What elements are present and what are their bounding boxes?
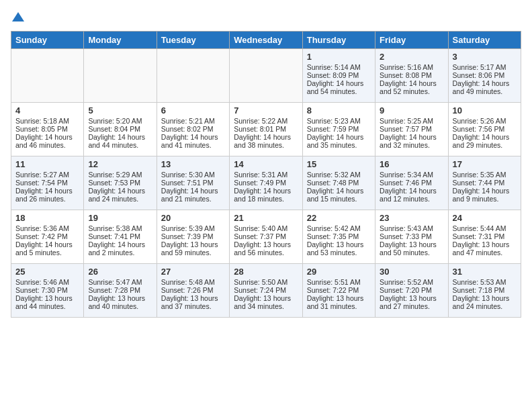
day-number: 1 [307,52,371,62]
day-info: Sunset: 7:59 PM [307,125,371,133]
calendar-cell [157,49,229,103]
day-info: Daylight: 14 hours [88,187,152,195]
day-info: Daylight: 13 hours [161,240,225,248]
calendar-cell: 15Sunrise: 5:32 AMSunset: 7:48 PMDayligh… [302,156,375,210]
day-info: Sunrise: 5:21 AM [161,117,225,125]
day-info: Sunset: 7:53 PM [88,179,152,187]
day-number: 25 [15,267,79,277]
calendar-cell: 30Sunrise: 5:52 AMSunset: 7:20 PMDayligh… [375,264,448,318]
day-number: 28 [234,267,298,277]
calendar-cell: 8Sunrise: 5:23 AMSunset: 7:59 PMDaylight… [302,103,375,156]
logo [11,11,24,26]
day-info: Sunset: 7:26 PM [161,286,225,294]
calendar-cell: 5Sunrise: 5:20 AMSunset: 8:04 PMDaylight… [84,103,157,156]
day-info: Sunset: 7:51 PM [161,179,225,187]
day-number: 7 [234,105,298,116]
week-row-5: 25Sunrise: 5:46 AMSunset: 7:30 PMDayligh… [11,264,521,318]
day-info: Sunset: 7:30 PM [15,286,79,294]
day-info: and 29 minutes. [453,141,517,149]
day-info: Daylight: 14 hours [380,79,443,87]
svg-marker-0 [12,12,24,21]
calendar-cell: 4Sunrise: 5:18 AMSunset: 8:05 PMDaylight… [11,103,84,156]
day-info: Sunset: 8:06 PM [453,71,517,79]
day-info: Sunrise: 5:39 AM [161,224,225,232]
calendar-cell: 20Sunrise: 5:39 AMSunset: 7:39 PMDayligh… [157,210,229,264]
day-info: and 41 minutes. [161,141,225,149]
day-info: Sunrise: 5:50 AM [234,278,298,286]
day-number: 9 [380,105,443,116]
day-info: and 50 minutes. [380,248,443,257]
day-info: Sunrise: 5:29 AM [88,171,152,179]
day-number: 29 [307,267,371,277]
day-info: Sunset: 7:41 PM [88,232,152,240]
day-info: Sunset: 7:37 PM [234,232,298,240]
day-info: Daylight: 14 hours [380,133,443,141]
day-info: Sunrise: 5:38 AM [88,224,152,232]
day-info: Sunset: 7:33 PM [380,232,443,240]
day-number: 3 [453,52,517,62]
day-info: and 44 minutes. [88,141,152,149]
day-info: Sunset: 8:08 PM [380,71,443,79]
calendar-cell: 28Sunrise: 5:50 AMSunset: 7:24 PMDayligh… [230,264,302,318]
day-info: and 47 minutes. [453,248,517,257]
day-info: Sunrise: 5:31 AM [234,171,298,179]
header-thursday: Thursday [302,32,375,49]
day-info: and 32 minutes. [380,141,443,149]
calendar-cell: 11Sunrise: 5:27 AMSunset: 7:54 PMDayligh… [11,156,84,210]
header-saturday: Saturday [448,32,521,49]
day-info: Daylight: 13 hours [15,294,79,302]
calendar-cell: 17Sunrise: 5:35 AMSunset: 7:44 PMDayligh… [448,156,521,210]
day-info: Sunrise: 5:35 AM [453,171,517,179]
calendar-cell: 1Sunrise: 5:14 AMSunset: 8:09 PMDaylight… [302,49,375,103]
day-info: Sunset: 8:01 PM [234,125,298,133]
day-number: 14 [234,159,298,169]
day-info: Daylight: 13 hours [161,294,225,302]
day-info: Sunrise: 5:52 AM [380,278,443,286]
day-info: Sunrise: 5:14 AM [307,63,371,71]
day-info: Daylight: 14 hours [380,187,443,195]
logo-triangle-icon [12,11,24,26]
calendar-cell: 12Sunrise: 5:29 AMSunset: 7:53 PMDayligh… [84,156,157,210]
day-number: 15 [307,159,371,169]
calendar-cell: 22Sunrise: 5:42 AMSunset: 7:35 PMDayligh… [302,210,375,264]
day-info: Daylight: 13 hours [380,240,443,248]
day-info: Sunset: 7:46 PM [380,179,443,187]
day-info: Sunset: 7:31 PM [453,232,517,240]
day-info: and 24 minutes. [88,195,152,203]
day-info: Daylight: 13 hours [88,294,152,302]
day-info: and 12 minutes. [380,195,443,203]
day-number: 6 [161,105,225,116]
day-info: Sunset: 7:54 PM [15,179,79,187]
day-info: Sunset: 7:49 PM [234,179,298,187]
day-info: Daylight: 14 hours [88,240,152,248]
day-info: and 59 minutes. [161,248,225,257]
day-info: Sunset: 7:42 PM [15,232,79,240]
day-info: Daylight: 13 hours [234,240,298,248]
day-info: Daylight: 14 hours [307,133,371,141]
day-number: 12 [88,159,152,169]
day-info: Sunrise: 5:32 AM [307,171,371,179]
day-number: 2 [380,52,443,62]
day-info: and 46 minutes. [15,141,79,149]
day-number: 22 [307,213,371,223]
day-info: Sunrise: 5:43 AM [380,224,443,232]
day-info: Daylight: 14 hours [15,187,79,195]
day-number: 24 [453,213,517,223]
calendar-cell [230,49,302,103]
day-info: Sunrise: 5:48 AM [161,278,225,286]
day-info: Sunrise: 5:23 AM [307,117,371,125]
header-tuesday: Tuesday [157,32,229,49]
calendar-cell: 2Sunrise: 5:16 AMSunset: 8:08 PMDaylight… [375,49,448,103]
day-info: Daylight: 13 hours [453,294,517,302]
day-number: 5 [88,105,152,116]
day-info: and 18 minutes. [234,195,298,203]
calendar-cell [84,49,157,103]
day-info: Daylight: 13 hours [307,240,371,248]
day-info: Sunrise: 5:36 AM [15,224,79,232]
day-info: Daylight: 14 hours [453,187,517,195]
day-number: 4 [15,105,79,116]
day-info: Sunrise: 5:47 AM [88,278,152,286]
day-info: Daylight: 14 hours [234,187,298,195]
header-wednesday: Wednesday [230,32,302,49]
week-row-1: 1Sunrise: 5:14 AMSunset: 8:09 PMDaylight… [11,49,521,103]
